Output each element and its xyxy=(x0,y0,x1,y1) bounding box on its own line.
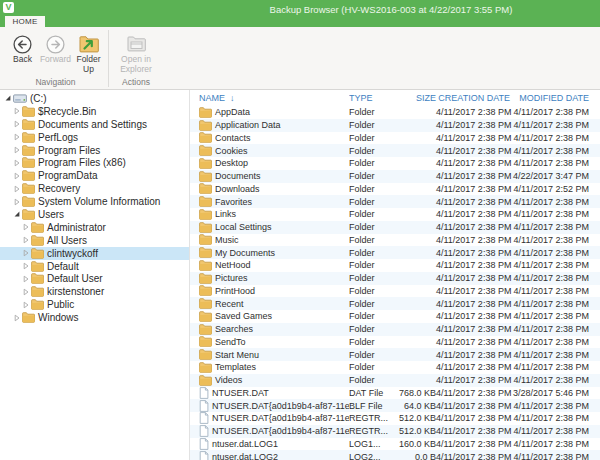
file-type-cell: Folder xyxy=(349,375,394,385)
expand-icon[interactable] xyxy=(22,262,31,270)
column-header-name[interactable]: NAME↓ xyxy=(190,93,349,103)
open-in-explorer-button[interactable]: Open in Explorer xyxy=(113,28,159,77)
tree-item-clintwyckoff[interactable]: clintwyckoff xyxy=(0,247,189,260)
expand-icon[interactable] xyxy=(13,172,22,180)
file-row[interactable]: PicturesFolder4/11/2017 2:38 PM4/11/2017… xyxy=(190,272,600,285)
expand-icon[interactable] xyxy=(22,288,31,296)
expand-icon[interactable] xyxy=(22,275,31,283)
tree-item-default-user[interactable]: Default User xyxy=(0,272,189,285)
file-creation-date-cell: 4/11/2017 2:38 PM xyxy=(436,184,510,194)
expand-icon[interactable] xyxy=(13,314,22,322)
tree-item-label: Default User xyxy=(47,273,103,284)
expand-icon[interactable] xyxy=(13,198,22,206)
column-header-size[interactable]: SIZE xyxy=(394,93,436,103)
file-row[interactable]: DownloadsFolder4/11/2017 2:38 PM4/11/201… xyxy=(190,183,600,196)
folder-icon xyxy=(31,235,44,246)
tree-item-public[interactable]: Public xyxy=(0,298,189,311)
file-creation-date-cell: 4/11/2017 2:38 PM xyxy=(436,401,510,411)
tree-item-programdata[interactable]: ProgramData xyxy=(0,169,189,182)
forward-button[interactable]: Forward xyxy=(39,28,72,77)
tree-item-system-volume-information[interactable]: System Volume Information xyxy=(0,195,189,208)
file-row[interactable]: PrintHoodFolder4/11/2017 2:38 PM4/11/201… xyxy=(190,285,600,298)
file-row[interactable]: Local SettingsFolder4/11/2017 2:38 PM4/1… xyxy=(190,221,600,234)
file-name-label: AppData xyxy=(215,107,250,117)
file-row[interactable]: NTUSER.DATDAT File768.0 KB4/11/2017 2:38… xyxy=(190,387,600,400)
file-row[interactable]: Application DataFolder4/11/2017 2:38 PM4… xyxy=(190,119,600,132)
column-header-type[interactable]: TYPE xyxy=(349,93,394,103)
file-row[interactable]: TemplatesFolder4/11/2017 2:38 PM4/11/201… xyxy=(190,361,600,374)
column-header-creation-date[interactable]: CREATION DATE xyxy=(436,93,510,103)
collapse-icon[interactable] xyxy=(4,94,13,102)
file-row[interactable]: ntuser.dat.LOG2LOG2...0.0 B4/11/2017 2:3… xyxy=(190,450,600,460)
tree-item-label: $Recycle.Bin xyxy=(38,106,96,117)
expand-icon[interactable] xyxy=(13,120,22,128)
file-type-cell: LOG1... xyxy=(349,439,394,449)
tree-item-label: Program Files (x86) xyxy=(38,157,126,168)
tree-item-program-files[interactable]: Program Files xyxy=(0,144,189,157)
file-name-cell: Templates xyxy=(190,362,349,373)
file-name-cell: My Documents xyxy=(190,247,349,258)
tree-item-all-users[interactable]: All Users xyxy=(0,234,189,247)
collapse-icon[interactable] xyxy=(13,210,22,218)
file-row[interactable]: RecentFolder4/11/2017 2:38 PM4/11/2017 2… xyxy=(190,297,600,310)
tree-item-recovery[interactable]: Recovery xyxy=(0,182,189,195)
folder-icon xyxy=(199,209,212,220)
tree-item-label: clintwyckoff xyxy=(47,248,98,259)
tree-item-default[interactable]: Default xyxy=(0,260,189,273)
file-name-label: SendTo xyxy=(215,337,246,347)
file-name-cell: Favorites xyxy=(190,196,349,207)
tree-item-documents-and-settings[interactable]: Documents and Settings xyxy=(0,118,189,131)
file-row[interactable]: ContactsFolder4/11/2017 2:38 PM4/11/2017… xyxy=(190,132,600,145)
tree-item-perflogs[interactable]: PerfLogs xyxy=(0,131,189,144)
file-row[interactable]: Start MenuFolder4/11/2017 2:38 PM4/11/20… xyxy=(190,348,600,361)
expand-icon[interactable] xyxy=(22,301,31,309)
tab-home[interactable]: HOME xyxy=(5,16,45,27)
name-header-label: NAME xyxy=(199,93,225,103)
expand-icon[interactable] xyxy=(13,133,22,141)
file-row[interactable]: FavoritesFolder4/11/2017 2:38 PM4/11/201… xyxy=(190,195,600,208)
expand-icon[interactable] xyxy=(13,185,22,193)
expand-icon[interactable] xyxy=(13,107,22,115)
folder-icon xyxy=(199,222,212,233)
folder-icon xyxy=(199,132,212,143)
expand-icon[interactable] xyxy=(22,223,31,231)
folder-icon xyxy=(199,158,212,169)
column-header-modified-date[interactable]: MODIFIED DATE xyxy=(510,93,589,103)
tree-item-administrator[interactable]: Administrator xyxy=(0,221,189,234)
folder-up-button[interactable]: Folder Up xyxy=(72,28,105,77)
file-creation-date-cell: 4/11/2017 2:38 PM xyxy=(436,350,510,360)
file-row[interactable]: NTUSER.DAT{a0d1b9b4-af87-11e6-9...REGTR.… xyxy=(190,412,600,425)
expand-icon[interactable] xyxy=(22,249,31,257)
tree-item-users[interactable]: Users xyxy=(0,208,189,221)
file-row[interactable]: LinksFolder4/11/2017 2:38 PM4/11/2017 2:… xyxy=(190,208,600,221)
expand-icon[interactable] xyxy=(13,146,22,154)
tree-item-windows[interactable]: Windows xyxy=(0,311,189,324)
file-row[interactable]: SendToFolder4/11/2017 2:38 PM4/11/2017 2… xyxy=(190,336,600,349)
expand-icon[interactable] xyxy=(13,159,22,167)
file-name-label: Contacts xyxy=(215,133,251,143)
file-name-cell: Pictures xyxy=(190,273,349,284)
file-name-label: NetHood xyxy=(215,260,251,270)
file-row[interactable]: SearchesFolder4/11/2017 2:38 PM4/11/2017… xyxy=(190,323,600,336)
file-row[interactable]: NetHoodFolder4/11/2017 2:38 PM4/11/2017 … xyxy=(190,259,600,272)
file-row[interactable]: MusicFolder4/11/2017 2:38 PM4/11/2017 2:… xyxy=(190,234,600,247)
file-row[interactable]: DesktopFolder4/11/2017 2:38 PM4/11/2017 … xyxy=(190,157,600,170)
file-row[interactable]: My DocumentsFolder4/11/2017 2:38 PM4/11/… xyxy=(190,246,600,259)
back-button[interactable]: Back xyxy=(6,28,39,77)
folder-icon xyxy=(199,107,212,118)
file-modified-date-cell: 4/11/2017 2:38 PM xyxy=(510,337,589,347)
file-type-cell: Folder xyxy=(349,197,394,207)
tree-item-kirstenstoner[interactable]: kirstenstoner xyxy=(0,285,189,298)
file-row[interactable]: VideosFolder4/11/2017 2:38 PM4/11/2017 2… xyxy=(190,374,600,387)
file-row[interactable]: CookiesFolder4/11/2017 2:38 PM4/11/2017 … xyxy=(190,144,600,157)
expand-icon[interactable] xyxy=(22,236,31,244)
tree-item-recycle-bin[interactable]: $Recycle.Bin xyxy=(0,105,189,118)
file-row[interactable]: Saved GamesFolder4/11/2017 2:38 PM4/11/2… xyxy=(190,310,600,323)
file-row[interactable]: NTUSER.DAT{a0d1b9b4-af87-11e6-9...REGTR.… xyxy=(190,425,600,438)
file-row[interactable]: ntuser.dat.LOG1LOG1...160.0 KB4/11/2017 … xyxy=(190,438,600,451)
file-row[interactable]: AppDataFolder4/11/2017 2:38 PM4/11/2017 … xyxy=(190,106,600,119)
file-row[interactable]: NTUSER.DAT{a0d1b9b4-af87-11e6-9...BLF Fi… xyxy=(190,399,600,412)
tree-item-program-files-x86[interactable]: Program Files (x86) xyxy=(0,156,189,169)
file-row[interactable]: DocumentsFolder4/11/2017 2:38 PM4/22/201… xyxy=(190,170,600,183)
tree-item-c[interactable]: (C:) xyxy=(0,92,189,105)
